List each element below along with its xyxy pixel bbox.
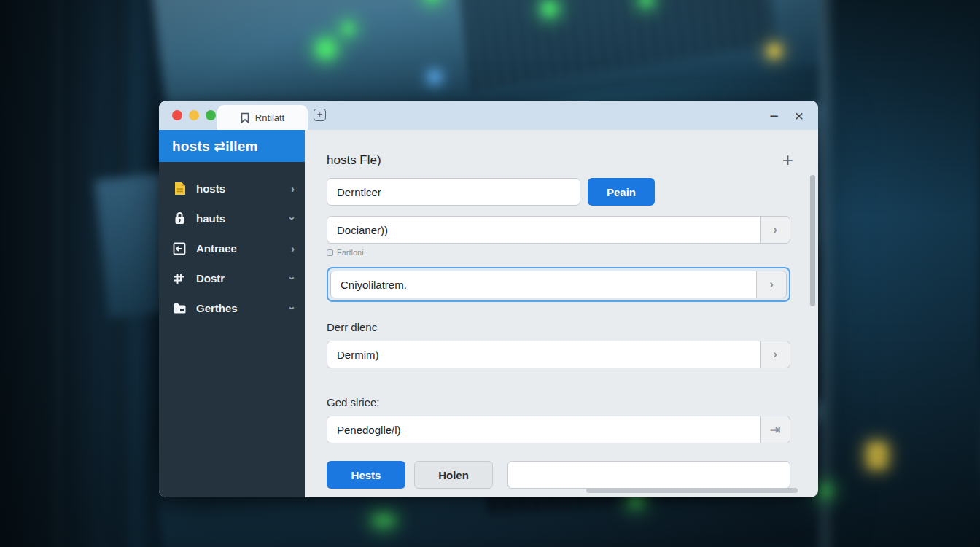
chevron-down-icon: › [287,306,299,310]
sidebar-item-label: Dostr [196,272,281,284]
sidebar-item-label: hosts [196,182,281,195]
identifier-row: Peain [327,178,790,206]
checkbox-icon[interactable] [327,249,333,256]
sidebar-item-dostr[interactable]: Dostr › [159,263,305,293]
tab-arrow-icon[interactable]: ⇥ [760,416,790,443]
get-input[interactable] [327,416,761,443]
sidebar-items: hosts › hauts › [159,162,305,323]
sidebar-item-hauts[interactable]: hauts › [159,203,305,233]
focused-input[interactable] [330,271,757,298]
expand-device-button[interactable]: › [760,341,790,368]
green-led [343,23,354,34]
horizontal-scrollbar[interactable] [586,488,798,493]
sidebar-item-hosts[interactable]: hosts › [159,174,305,203]
identifier-input[interactable] [327,178,580,206]
hash-icon [172,271,187,286]
tab-label: Rntilatt [255,112,284,123]
blue-led [429,71,440,83]
device-row: › [327,341,790,368]
page-title: hosts Fle) [327,153,790,168]
sidebar-item-label: Antraee [196,242,281,255]
device-label: Derr dlenc [327,321,790,333]
focused-row: › [327,267,790,302]
lock-icon [172,212,187,226]
option-caption-label: Fartloni.. [337,248,368,257]
rack-edge-highlight [821,0,834,547]
peain-button[interactable]: Peain [588,178,655,206]
sidebar-item-antraee[interactable]: Antraee › [159,233,305,263]
zoom-traffic-button[interactable] [206,110,216,120]
new-tab-icon[interactable]: + [314,109,326,121]
get-row: ⇥ [327,416,790,443]
sidebar-header: hosts ⇄illem [159,130,305,162]
vertical-scrollbar[interactable] [810,175,815,306]
sidebar-item-label: Gerthes [196,302,281,314]
add-icon[interactable]: + [782,149,793,171]
close-button[interactable]: × [795,108,804,123]
green-led [373,513,394,527]
sidebar: hosts ⇄illem hosts › [159,130,305,497]
document-input[interactable] [327,216,761,244]
sidebar-item-gerthes[interactable]: Gerthes › [159,293,305,323]
inbox-arrow-icon [172,241,187,256]
option-caption: Fartloni.. [327,248,790,257]
device-input[interactable] [327,341,761,368]
traffic-lights [172,110,216,120]
green-led [542,1,557,16]
expand-focused-button[interactable]: › [756,271,787,298]
expand-document-button[interactable]: › [760,216,790,244]
sidebar-item-label: hauts [196,212,281,225]
green-led [818,484,831,497]
bookmark-icon [241,112,250,123]
chevron-down-icon: › [287,217,299,220]
rack-rail [52,0,64,547]
app-window: Rntilatt + − × hosts ⇄illem hosts [159,101,818,497]
tab-hosts[interactable]: Rntilatt [217,105,308,130]
get-label: Ged slriee: [327,396,790,408]
extra-input[interactable] [508,461,790,489]
action-row: Hests Holen [327,461,790,489]
minimize-button[interactable]: − [769,108,778,123]
holen-button[interactable]: Holen [414,461,493,489]
hests-button[interactable]: Hests [327,461,405,489]
green-led [316,39,335,58]
close-traffic-button[interactable] [172,110,182,120]
yellow-led [769,45,780,57]
rack-right-column [821,0,980,547]
chevron-right-icon: › [291,182,295,195]
main-pane: hosts Fle) + Peain › Fartloni.. › Derr d… [305,130,818,497]
chevron-right-icon: › [291,242,295,255]
folder-icon [172,301,187,316]
minimize-traffic-button[interactable] [189,110,199,120]
chevron-down-icon: › [287,276,299,280]
titlebar: Rntilatt + − × [159,101,818,130]
window-controls: − × [769,101,804,130]
document-row: › [327,216,790,244]
yellow-led [868,443,887,468]
file-icon [172,182,187,196]
